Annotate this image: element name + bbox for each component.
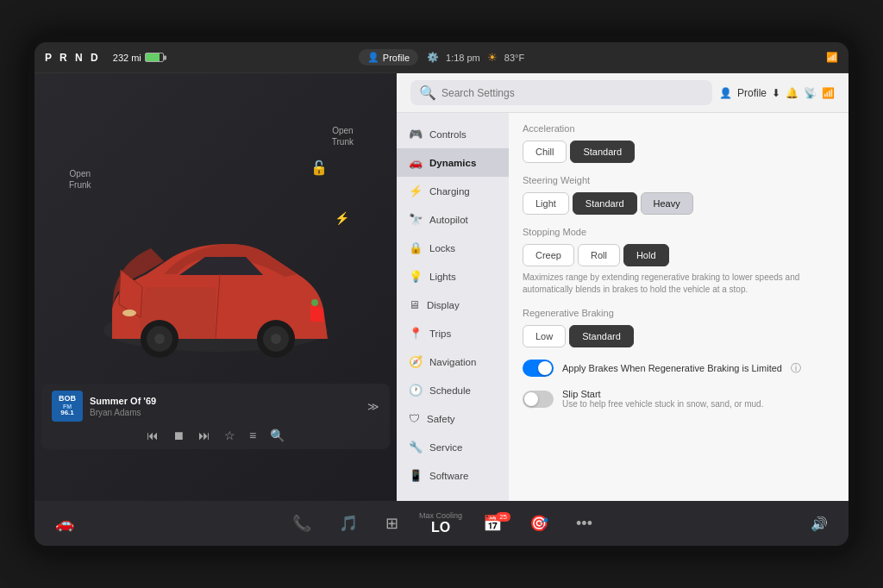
accel-chill-button[interactable]: Chill bbox=[523, 141, 567, 163]
music-menu-icon[interactable]: ≫ bbox=[367, 400, 379, 413]
safety-icon: 🛡 bbox=[409, 412, 420, 425]
car-image bbox=[78, 210, 354, 382]
steering-light-button[interactable]: Light bbox=[523, 192, 569, 215]
nav-dynamics[interactable]: 🚗 Dynamics bbox=[397, 148, 509, 177]
controls-icon: 🎮 bbox=[409, 128, 423, 141]
nav-software[interactable]: 📱 Software bbox=[397, 461, 509, 490]
nav-lights[interactable]: 💡 Lights bbox=[397, 262, 509, 291]
software-icon: 📱 bbox=[409, 469, 423, 482]
music-player: BOB FM 96.1 Summer Of '69 Bryan Adams ≫ … bbox=[41, 384, 390, 449]
regen-standard-button[interactable]: Standard bbox=[569, 325, 634, 347]
settings-header: 🔍 👤 Profile ⬇ 🔔 📡 📶 bbox=[397, 73, 849, 113]
next-button[interactable]: ⏭ bbox=[198, 428, 210, 442]
audio-icon[interactable]: 🎵 bbox=[332, 509, 365, 538]
profile-header-display: 👤 Profile ⬇ 🔔 📡 📶 bbox=[719, 87, 835, 99]
bell-icon: 🔔 bbox=[786, 87, 798, 99]
regen-title: Regenerative Braking bbox=[523, 308, 835, 318]
apply-brakes-toggle[interactable] bbox=[523, 360, 554, 377]
slip-start-section: Slip Start Use to help free vehicle stuc… bbox=[523, 389, 835, 409]
phone-icon[interactable]: 📞 bbox=[285, 509, 318, 538]
nav-safety[interactable]: 🛡 Safety bbox=[397, 404, 509, 433]
steering-title: Steering Weight bbox=[523, 175, 835, 185]
calendar-icon-wrapper[interactable]: 📅 25 bbox=[476, 514, 509, 533]
regen-low-button[interactable]: Low bbox=[523, 325, 566, 347]
regen-section: Regenerative Braking Low Standard bbox=[523, 308, 835, 347]
settings-nav: 🎮 Controls 🚗 Dynamics ⚡ Charging 🔭 bbox=[397, 113, 509, 501]
steering-section: Steering Weight Light Standard Heavy bbox=[523, 175, 835, 215]
prev-button[interactable]: ⏮ bbox=[147, 428, 159, 442]
nav-navigation[interactable]: 🧭 Navigation bbox=[397, 347, 509, 376]
nav-locks[interactable]: 🔒 Locks bbox=[397, 234, 509, 262]
nav-trips[interactable]: 📍 Trips bbox=[397, 319, 509, 347]
download-icon: ⬇ bbox=[772, 87, 780, 99]
taskbar: 🚗 📞 🎵 ⊞ Max Cooling LO 📅 25 🎯 ••• 🔊 bbox=[34, 501, 849, 546]
stop-button[interactable]: ⏹ bbox=[172, 428, 185, 442]
dynamics-icon: 🚗 bbox=[409, 156, 423, 169]
status-bar: P R N D 232 mi 👤 Profile ⚙️ 1:18 pm ☀ 83… bbox=[34, 42, 849, 73]
calendar-badge: 25 bbox=[496, 512, 510, 522]
search-icon: 🔍 bbox=[419, 84, 436, 101]
nav-charging[interactable]: ⚡ Charging bbox=[397, 177, 509, 205]
bluetooth-icon: 📶 bbox=[826, 52, 838, 63]
settings-panel: 🔍 👤 Profile ⬇ 🔔 📡 📶 bbox=[397, 73, 849, 501]
profile-button[interactable]: 👤 Profile bbox=[359, 49, 418, 66]
steering-heavy-button[interactable]: Heavy bbox=[641, 192, 693, 215]
open-trunk-button[interactable]: Open Trunk bbox=[332, 125, 354, 147]
nav-service[interactable]: 🔧 Service bbox=[397, 433, 509, 461]
signal-icon: 📶 bbox=[822, 87, 835, 99]
svg-point-8 bbox=[122, 310, 136, 316]
svg-point-9 bbox=[311, 299, 318, 306]
settings-icon[interactable]: ⚙️ bbox=[427, 52, 439, 63]
steering-standard-button[interactable]: Standard bbox=[573, 192, 637, 215]
range-display: 232 mi bbox=[113, 53, 164, 63]
more-icon[interactable]: ••• bbox=[569, 510, 599, 538]
slip-start-label: Slip Start bbox=[562, 389, 763, 399]
accel-standard-button[interactable]: Standard bbox=[570, 141, 635, 163]
prnd-display: P R N D bbox=[45, 52, 101, 64]
nav-autopilot[interactable]: 🔭 Autopilot bbox=[397, 205, 509, 234]
lights-icon: 💡 bbox=[409, 270, 423, 283]
slip-start-row: Slip Start Use to help free vehicle stuc… bbox=[523, 389, 835, 409]
steering-wheel-icon[interactable]: 🎯 bbox=[523, 509, 555, 538]
time-temp-display: ⚙️ 1:18 pm ☀ 83°F bbox=[427, 51, 524, 64]
stopping-creep-button[interactable]: Creep bbox=[523, 244, 574, 266]
stopping-description: Maximizes range by extending regenerativ… bbox=[523, 272, 835, 296]
climate-value: LO bbox=[431, 520, 450, 535]
stopping-roll-button[interactable]: Roll bbox=[578, 244, 620, 266]
nav-controls[interactable]: 🎮 Controls bbox=[397, 120, 509, 148]
stopping-hold-button[interactable]: Hold bbox=[623, 244, 669, 266]
display-icon: 🖥 bbox=[409, 298, 420, 311]
search-music-button[interactable]: 🔍 bbox=[270, 428, 285, 442]
car-icon[interactable]: 🚗 bbox=[48, 509, 81, 538]
stopping-title: Stopping Mode bbox=[523, 227, 835, 237]
apply-brakes-info-icon[interactable]: ⓘ bbox=[791, 361, 801, 376]
stopping-section: Stopping Mode Creep Roll Hold Maximizes … bbox=[523, 227, 835, 296]
dynamics-settings: Acceleration Chill Standard Steering Wei… bbox=[509, 113, 849, 501]
climate-label: Max Cooling bbox=[419, 511, 462, 520]
radio-logo: BOB FM 96.1 bbox=[52, 391, 83, 422]
slip-start-toggle[interactable] bbox=[523, 391, 554, 408]
charge-indicator: ⚡ bbox=[335, 211, 349, 225]
open-frunk-button[interactable]: Open Frunk bbox=[69, 168, 91, 191]
volume-icon[interactable]: 🔊 bbox=[804, 510, 835, 537]
grid-icon[interactable]: ⊞ bbox=[379, 509, 405, 538]
trips-icon: 📍 bbox=[409, 327, 423, 340]
search-input[interactable] bbox=[442, 87, 704, 99]
autopilot-icon: 🔭 bbox=[409, 213, 423, 226]
svg-point-7 bbox=[271, 334, 281, 344]
equalizer-button[interactable]: ≡ bbox=[249, 428, 256, 442]
nav-display[interactable]: 🖥 Display bbox=[397, 291, 509, 319]
nav-schedule[interactable]: 🕐 Schedule bbox=[397, 376, 509, 404]
climate-control[interactable]: Max Cooling LO bbox=[419, 511, 462, 535]
music-controls: ⏮ ⏹ ⏭ ☆ ≡ 🔍 bbox=[52, 428, 379, 442]
schedule-icon: 🕐 bbox=[409, 384, 423, 397]
favorite-button[interactable]: ☆ bbox=[224, 428, 235, 442]
slip-start-desc: Use to help free vehicle stuck in snow, … bbox=[562, 399, 763, 409]
acceleration-section: Acceleration Chill Standard bbox=[523, 123, 835, 163]
lock-icon: 🔓 bbox=[310, 160, 328, 176]
search-bar[interactable]: 🔍 bbox=[410, 80, 712, 105]
charging-icon: ⚡ bbox=[409, 185, 423, 197]
song-title: Summer Of '69 bbox=[90, 396, 360, 406]
acceleration-title: Acceleration bbox=[523, 123, 835, 134]
svg-point-4 bbox=[154, 334, 165, 344]
